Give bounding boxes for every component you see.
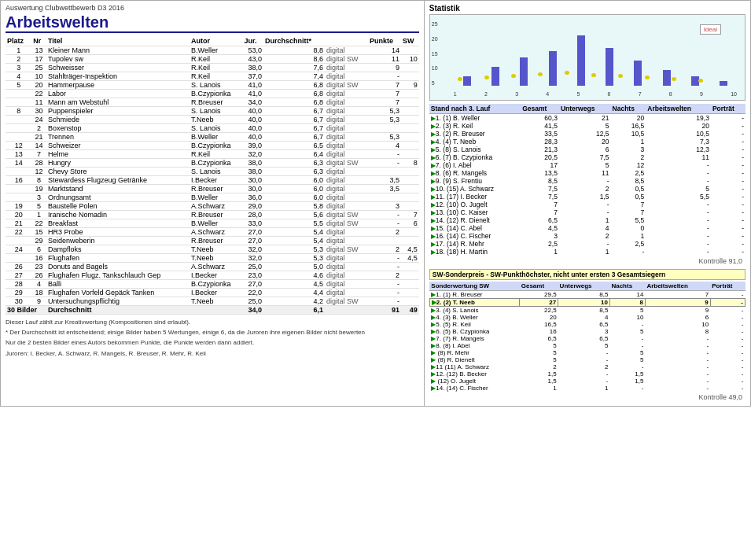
- table-row: 2623Donuts and BagelsA.Schwarz25,05,0dig…: [6, 263, 419, 271]
- sw-col-header: Porträt: [710, 282, 745, 291]
- footer-note-2: Nur die 2 besten Bilder eines Autors bek…: [6, 338, 419, 347]
- table-row: 520HammerpauseS. Lanois41,06,8digital SW…: [6, 81, 419, 90]
- table-row: 325SchweisserR.Keil38,07,6digital9: [6, 64, 419, 72]
- sw-table: Sonderwertung SWGesamtUnterwegsNachtsArb…: [429, 282, 745, 392]
- summary-empty2: [325, 306, 368, 315]
- sw-col-header: Unterwegs: [558, 282, 610, 291]
- table-row: 217Tupolev swR.Keil43,08,6digital SW1110: [6, 55, 419, 64]
- col-nr: Nr: [31, 36, 46, 46]
- stand-row: ▶6. (7) B. Czypionka20,57,5211-: [429, 153, 745, 161]
- dot-yellow-4: [565, 71, 569, 75]
- table-row: 284BalliB.Czypionka27,04,5digital-: [6, 280, 419, 289]
- dot-yellow-1: [484, 76, 489, 79]
- sw-col-header: Sonderwertung SW: [429, 282, 519, 291]
- stand-col-header: Nachts: [611, 104, 646, 114]
- stand-row: ▶11. (17) I. Becker7,51,50,55,5-: [429, 193, 745, 201]
- summary-sublabel: Durchschnitt: [46, 306, 190, 315]
- sw-row: ▶12. (12) B. Becker1,5-1,5--: [429, 370, 745, 378]
- sw-row: ▶4. (3) B. Weller204106-: [429, 314, 745, 321]
- table-row: 246DampfloksT.Neeb32,05,3digital SW24,5: [6, 245, 419, 254]
- dot-yellow-0: [458, 77, 462, 81]
- main-title: Arbeitswelten: [6, 13, 419, 33]
- stand-row: ▶5. (8) S. Lanois21,36312,3-: [429, 146, 745, 153]
- bar-blue-2: [520, 57, 528, 86]
- x-label: 3: [515, 91, 518, 97]
- right-panel: Statistik 252015105 12345678910 Ideal St…: [425, 1, 750, 406]
- summary-avg: 6,1: [263, 306, 325, 315]
- dot-yellow-7: [645, 76, 650, 79]
- sw-row: ▶1. (1) R. Breuser29,58,5147-: [429, 291, 745, 299]
- bar-blue-9: [720, 81, 727, 86]
- bar-blue-7: [663, 70, 671, 86]
- col-platz: Platz: [6, 36, 31, 46]
- stand-row: ▶10. (15) A. Schwarz7,520,55-: [429, 185, 745, 193]
- stand-row: ▶17. (14) R. Mehr2,5-2,5--: [429, 240, 745, 248]
- dot-yellow-5: [591, 73, 596, 77]
- stand-row: ▶18. (18) H. Martin11---: [429, 248, 745, 256]
- table-row: 201Iranische NomadinR.Breuser28,05,6digi…: [6, 211, 419, 219]
- bar-group-3: [539, 51, 566, 86]
- col-sw: SW: [401, 36, 419, 46]
- left-panel: Auswertung Clubwettbewerb D3 2016 Arbeit…: [1, 1, 425, 406]
- stand-row: ▶16. (14) C. Fischer321--: [429, 232, 745, 240]
- sw-row: ▶14. (14) C. Fischer11---: [429, 385, 745, 392]
- table-row: 309UntersuchungspflichtigT.Neeb25,04,2di…: [6, 297, 419, 306]
- y-label: 10: [432, 65, 438, 71]
- sw-row: ▶ (8) R. Dienelt5-5--: [429, 356, 745, 363]
- summary-punkte: 91: [368, 306, 401, 315]
- y-label: 15: [432, 51, 438, 57]
- table-row: 22LaborB.Czypionka41,06,8digital7: [6, 90, 419, 98]
- stand-row: ▶4. (4) T. Neeb28,32017,3-: [429, 138, 745, 146]
- col-jur: Jur.: [242, 36, 263, 46]
- table-row: 16FlughafenT.Neeb32,05,3digital-4,5: [6, 254, 419, 263]
- table-row: 830PuppenspielerS. Lanois40,06,7digital5…: [6, 107, 419, 116]
- x-label: 7: [639, 91, 642, 97]
- col-punkte: Punkte: [368, 36, 401, 46]
- y-label: 25: [432, 21, 438, 27]
- x-label: 4: [546, 91, 549, 97]
- stand-row: ▶1. (1) B. Weller60,3212019,3-: [429, 114, 745, 123]
- x-label: 5: [576, 91, 580, 97]
- sw-row: ▶ (12) O. Jugelt1,5-1,5--: [429, 378, 745, 385]
- sw-col-header: Arbeitswelten: [645, 282, 710, 291]
- x-label: 2: [484, 91, 488, 97]
- y-label: 20: [432, 36, 438, 42]
- table-row: 2BoxenstopS. Lanois40,06,7digital: [6, 124, 419, 133]
- sw-row: ▶8. (8) I. Abel55---: [429, 342, 745, 349]
- table-row: 1214SchweizerB.Czypionka39,06,5digital4: [6, 142, 419, 150]
- bar-blue-1: [491, 67, 499, 86]
- table-row: 2726Flughafen Flugz. Tankschlauch GepI.B…: [6, 271, 419, 280]
- summary-jur: 34,0: [242, 306, 263, 315]
- sw-row: ▶5. (5) R. Keil16,56,5-10-: [429, 321, 745, 328]
- table-row: 21TrennenB.Weller40,06,7digital5,3: [6, 133, 419, 142]
- summary-row: 30 Bilder Durchschnitt 34,0 6,1 91 49: [6, 306, 419, 315]
- table-row: 1428HungryB.Czypionka38,06,3digital SW-8: [6, 159, 419, 168]
- bar-blue-0: [463, 76, 471, 86]
- table-row: 2122BreakfastB.Weller33,05,5digital SW-6: [6, 219, 419, 228]
- sw-row: ▶2. (2) T. Neeb271089-: [429, 299, 745, 307]
- x-label: 10: [731, 91, 737, 97]
- stand-col-header: Unterwegs: [559, 104, 611, 114]
- stand-col-header: Gesamt: [521, 104, 559, 114]
- col-digital: [325, 36, 368, 46]
- main-table: Platz Nr Titel Autor Jur. Durchschnitt* …: [6, 36, 419, 315]
- col-titel: Titel: [46, 36, 190, 46]
- sw-row: ▶7. (7) R. Mangels6,56,5---: [429, 335, 745, 342]
- statistik-title: Statistik: [429, 4, 745, 13]
- sw-row: ▶ (8) R. Mehr5-5--: [429, 349, 745, 356]
- chart-y-labels: 252015105: [432, 21, 438, 86]
- summary-label: 30 Bilder: [6, 306, 46, 315]
- stand-col-header: Arbeitswelten: [646, 104, 711, 114]
- summary-empty1: [190, 306, 242, 315]
- footer-note-0: Dieser Lauf zählt zur Kreativwertung (Ko…: [6, 318, 419, 326]
- sw-row: ▶11 (11) A. Schwarz22---: [429, 363, 745, 370]
- stand-row: ▶15. (14) C. Abel4,540--: [429, 224, 745, 232]
- stand-row: ▶14. (12) R. Dienelt6,515,5--: [429, 216, 745, 224]
- stand-col-header: Stand nach 3. Lauf: [429, 104, 521, 114]
- bar-blue-5: [606, 48, 613, 86]
- stand-table: Stand nach 3. LaufGesamtUnterwegsNachtsA…: [429, 104, 745, 256]
- sw-col-header: Nachts: [609, 282, 645, 291]
- stand-col-header: Porträt: [711, 104, 745, 114]
- x-label: 1: [454, 91, 457, 97]
- table-row: 29SeidenweberinR.Breuser27,05,4digital: [6, 237, 419, 245]
